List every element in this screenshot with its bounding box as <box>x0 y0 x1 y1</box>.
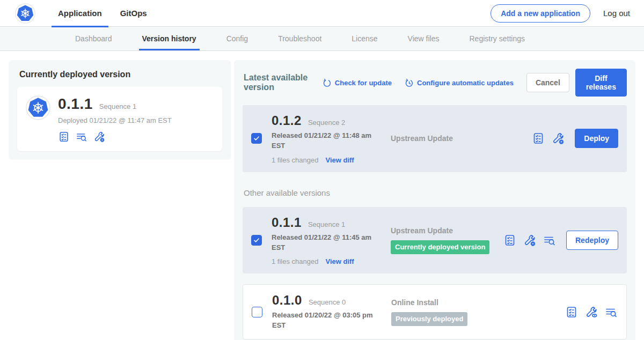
tab-gitops[interactable]: GitOps <box>114 0 153 27</box>
cancel-button[interactable]: Cancel <box>526 73 569 92</box>
released-timestamp: Released 01/20/22 @ 03:05 pm EST <box>272 311 375 331</box>
sequence-label: Sequence 1 <box>308 220 345 228</box>
version-checkbox[interactable] <box>252 307 262 317</box>
subnav-item-view-files[interactable]: View files <box>393 27 455 50</box>
version-source-label: Online Install <box>391 298 565 307</box>
deployed-version-number: 0.1.1 <box>58 95 93 113</box>
diff-releases-button[interactable]: Diff releases <box>575 69 627 97</box>
deployed-version-card: 0.1.1 Sequence 1 Deployed 01/21/22 @ 11:… <box>17 87 222 151</box>
tab-application[interactable]: Application <box>52 0 108 27</box>
available-versions-panel: Latest available version Check for updat… <box>234 60 635 340</box>
previously-deployed-badge: Previously deployed <box>391 312 467 326</box>
edit-config-icon[interactable] <box>552 132 565 145</box>
version-source-label: Upstream Update <box>391 226 503 235</box>
subnav-item-dashboard[interactable]: Dashboard <box>60 27 127 50</box>
version-info: 0.1.0 Sequence 0 Released 01/20/22 @ 03:… <box>272 293 378 331</box>
view-diff-link[interactable]: View diff <box>325 156 354 164</box>
subnav-item-registry-settings[interactable]: Registry settings <box>454 27 539 50</box>
version-row-0-1-1: 0.1.1 Sequence 1 Released 01/21/22 @ 11:… <box>243 207 627 274</box>
preflight-checklist-icon[interactable] <box>503 234 516 247</box>
kubernetes-logo-icon <box>15 3 35 24</box>
check-for-update-link[interactable]: Check for update <box>323 78 392 87</box>
version-checkbox[interactable] <box>251 133 262 144</box>
redeploy-button[interactable]: Redeploy <box>566 231 618 250</box>
version-number: 0.1.1 <box>272 215 302 230</box>
version-row-0-1-0: 0.1.0 Sequence 0 Released 01/20/22 @ 03:… <box>243 284 627 339</box>
available-versions-header: Latest available version Check for updat… <box>244 69 627 97</box>
refresh-icon <box>323 78 332 87</box>
edit-config-icon[interactable] <box>93 131 105 143</box>
subnav-item-troubleshoot[interactable]: Troubleshoot <box>263 27 336 50</box>
deployed-sequence-label: Sequence 1 <box>99 102 136 110</box>
version-source-column: Upstream Update <box>378 134 532 143</box>
app-subnav: Dashboard Version history Config Trouble… <box>0 27 644 51</box>
files-changed-label: 1 files changed <box>272 156 318 164</box>
files-changed-label: 1 files changed <box>272 257 318 265</box>
deployed-version-details: 0.1.1 Sequence 1 Deployed 01/21/22 @ 11:… <box>58 95 172 143</box>
deploy-logs-icon[interactable] <box>76 131 87 143</box>
preflight-checklist-icon[interactable] <box>58 131 70 143</box>
add-application-button[interactable]: Add a new application <box>491 4 590 23</box>
view-diff-link[interactable]: View diff <box>325 257 354 265</box>
currently-deployed-title: Currently deployed version <box>19 70 222 79</box>
logout-button[interactable]: Log out <box>603 9 630 18</box>
other-versions-title: Other available versions <box>244 188 626 197</box>
version-row-0-1-2: 0.1.2 Sequence 2 Released 01/21/22 @ 11:… <box>243 105 627 172</box>
version-actions: Deploy <box>532 129 618 148</box>
sequence-label: Sequence 0 <box>309 298 346 306</box>
version-source-column: Online Install Previously deployed <box>378 298 565 326</box>
schedule-update-icon <box>405 78 414 87</box>
version-actions: Redeploy <box>503 231 618 250</box>
subnav-item-config[interactable]: Config <box>211 27 263 50</box>
version-checkbox[interactable] <box>251 235 262 246</box>
version-info: 0.1.1 Sequence 1 Released 01/21/22 @ 11:… <box>272 215 378 266</box>
edit-config-icon[interactable] <box>523 234 536 247</box>
configure-automatic-updates-link[interactable]: Configure automatic updates <box>405 78 514 87</box>
released-timestamp: Released 01/21/22 @ 11:48 am EST <box>272 131 375 151</box>
currently-deployed-badge: Currently deployed version <box>391 240 489 254</box>
deployed-timestamp: Deployed 01/21/22 @ 11:47 am EST <box>58 116 172 124</box>
version-actions <box>565 306 618 319</box>
version-source-label: Upstream Update <box>391 134 532 143</box>
check-for-update-label: Check for update <box>335 79 392 87</box>
version-number: 0.1.2 <box>272 113 302 128</box>
view-config-icon[interactable] <box>585 306 598 319</box>
deploy-button[interactable]: Deploy <box>575 129 618 148</box>
main-content: Currently deployed version 0.1 <box>0 51 644 340</box>
latest-available-title: Latest available version <box>244 73 316 92</box>
version-number: 0.1.0 <box>272 293 302 308</box>
subnav-item-version-history[interactable]: Version history <box>127 27 211 50</box>
version-source-column: Upstream Update Currently deployed versi… <box>378 226 503 254</box>
preflight-checklist-icon[interactable] <box>565 306 578 319</box>
released-timestamp: Released 01/21/22 @ 11:45 am EST <box>272 233 375 253</box>
top-nav: Application GitOps Add a new application… <box>0 0 644 27</box>
deploy-logs-icon[interactable] <box>543 234 556 247</box>
kubernetes-app-icon <box>26 95 50 120</box>
currently-deployed-panel: Currently deployed version 0.1 <box>9 60 231 160</box>
deploy-logs-icon[interactable] <box>605 306 618 319</box>
sequence-label: Sequence 2 <box>308 119 345 127</box>
version-info: 0.1.2 Sequence 2 Released 01/21/22 @ 11:… <box>272 113 378 164</box>
subnav-item-license[interactable]: License <box>336 27 392 50</box>
preflight-checklist-icon[interactable] <box>532 132 545 145</box>
configure-automatic-updates-label: Configure automatic updates <box>417 79 514 87</box>
